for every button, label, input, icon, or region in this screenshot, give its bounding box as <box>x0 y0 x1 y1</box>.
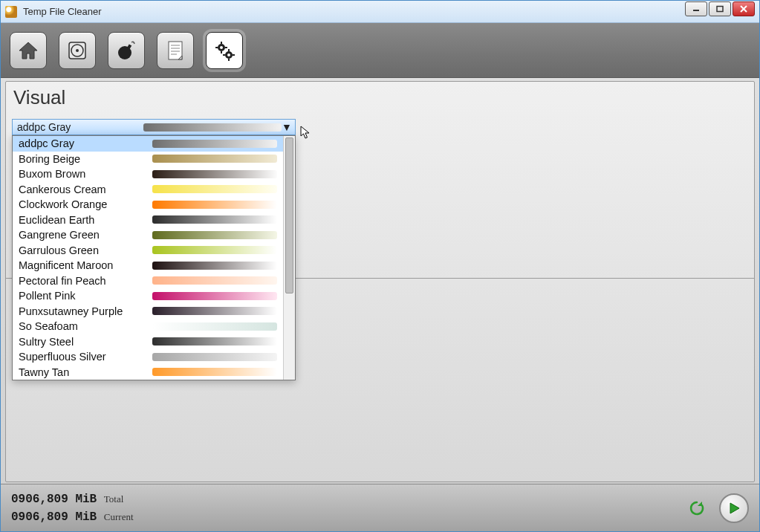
theme-combo: addpc Gray ▼ <box>12 119 296 135</box>
stat-total-label: Total <box>104 493 124 505</box>
svg-rect-1 <box>717 7 723 12</box>
theme-option[interactable]: Sultry Steel <box>13 334 283 350</box>
scrollbar-thumb[interactable] <box>285 137 293 293</box>
theme-option[interactable]: Pectoral fin Peach <box>13 273 283 289</box>
content-area: Visual addpc Gray ▼ addpc GrayBoring Bei… <box>1 78 759 484</box>
report-icon <box>163 39 187 62</box>
svg-rect-21 <box>228 59 230 61</box>
status-bar: 0906,809 MiB Total 0906,809 MiB Current <box>1 484 759 531</box>
option-swatch <box>152 170 277 178</box>
svg-rect-15 <box>221 51 222 53</box>
gears-icon <box>212 39 236 62</box>
report-button[interactable] <box>157 32 194 69</box>
option-label: Pollent Pink <box>19 290 152 302</box>
theme-option[interactable]: Tawny Tan <box>13 365 283 380</box>
settings-button[interactable] <box>206 32 243 69</box>
theme-option[interactable]: addpc Gray <box>13 136 283 152</box>
theme-selected-label: addpc Gray <box>17 121 143 133</box>
option-label: Gangrene Green <box>19 229 152 241</box>
option-label: Garrulous Green <box>19 244 152 256</box>
scrollbar[interactable] <box>283 136 295 380</box>
option-swatch <box>152 322 277 331</box>
option-list: addpc GrayBoring BeigeBuxom BrownCankero… <box>13 136 283 380</box>
option-label: So Seafoam <box>19 320 152 332</box>
theme-option[interactable]: Euclidean Earth <box>13 213 283 228</box>
option-swatch <box>152 155 277 163</box>
minimize-icon <box>692 5 701 13</box>
clean-button[interactable] <box>108 32 145 69</box>
theme-option[interactable]: Magnificent Maroon <box>13 258 283 273</box>
theme-option[interactable]: Superfluous Silver <box>13 349 283 365</box>
theme-option[interactable]: Boring Beige <box>13 152 283 167</box>
option-swatch <box>152 368 277 376</box>
option-label: Clockwork Orange <box>19 198 152 210</box>
window-controls <box>685 1 755 16</box>
home-button[interactable] <box>10 32 47 69</box>
theme-option[interactable]: Clockwork Orange <box>13 197 283 213</box>
stat-current-label: Current <box>104 511 134 522</box>
svg-rect-16 <box>215 47 218 48</box>
svg-point-19 <box>227 53 230 56</box>
settings-panel: Visual addpc Gray ▼ addpc GrayBoring Bei… <box>5 81 755 482</box>
home-icon <box>16 39 40 62</box>
theme-option[interactable]: Cankerous Cream <box>13 182 283 198</box>
close-icon <box>739 5 748 13</box>
option-swatch <box>152 215 277 224</box>
theme-option[interactable]: So Seafoam <box>13 319 283 334</box>
disk-icon <box>65 39 89 62</box>
refresh-icon[interactable] <box>688 499 706 517</box>
option-swatch <box>152 276 277 285</box>
option-label: addpc Gray <box>19 137 152 149</box>
option-label: Pectoral fin Peach <box>19 275 152 287</box>
title-bar[interactable]: Temp File Cleaner <box>1 1 759 23</box>
svg-rect-17 <box>225 47 227 48</box>
option-label: Tawny Tan <box>19 366 152 378</box>
theme-selected-swatch <box>143 123 282 132</box>
theme-option[interactable]: Buxom Brown <box>13 166 283 182</box>
option-label: Superfluous Silver <box>19 351 152 363</box>
option-swatch <box>152 292 277 300</box>
stat-current: 0906,809 MiB Current <box>11 508 749 526</box>
chevron-down-icon: ▼ <box>282 121 290 133</box>
theme-option[interactable]: Gangrene Green <box>13 227 283 243</box>
close-button[interactable] <box>733 1 755 16</box>
play-icon <box>727 502 741 515</box>
mouse-cursor-icon <box>300 126 314 139</box>
bomb-icon <box>114 39 138 62</box>
svg-rect-14 <box>221 42 222 44</box>
app-icon <box>5 6 17 18</box>
svg-rect-23 <box>233 54 235 56</box>
option-swatch <box>152 231 277 239</box>
option-swatch <box>152 185 277 193</box>
svg-rect-20 <box>228 49 230 51</box>
disk-button[interactable] <box>59 32 96 69</box>
section-title: Visual <box>6 82 754 109</box>
option-swatch <box>152 307 277 315</box>
option-label: Boring Beige <box>19 153 152 165</box>
svg-point-13 <box>220 46 223 49</box>
theme-option[interactable]: Pollent Pink <box>13 288 283 304</box>
option-swatch <box>152 201 277 209</box>
option-label: Sultry Steel <box>19 336 152 348</box>
stat-current-value: 0906,809 MiB <box>11 510 97 524</box>
theme-select[interactable]: addpc Gray ▼ <box>12 119 296 135</box>
minimize-button[interactable] <box>685 1 707 16</box>
window-title: Temp File Cleaner <box>23 6 102 17</box>
stat-total: 0906,809 MiB Total <box>11 490 749 508</box>
theme-dropdown[interactable]: addpc GrayBoring BeigeBuxom BrownCankero… <box>12 135 296 380</box>
maximize-button[interactable] <box>709 1 731 16</box>
option-label: Cankerous Cream <box>19 184 152 195</box>
svg-point-4 <box>76 49 79 52</box>
option-swatch <box>152 140 277 148</box>
run-button[interactable] <box>719 493 749 523</box>
theme-option[interactable]: Punxsutawney Purple <box>13 304 283 319</box>
option-label: Magnificent Maroon <box>19 259 152 271</box>
app-window: Temp File Cleaner <box>0 0 760 532</box>
theme-option[interactable]: Garrulous Green <box>13 243 283 259</box>
option-swatch <box>152 262 277 270</box>
option-swatch <box>152 246 277 254</box>
toolbar <box>1 23 759 78</box>
option-swatch <box>152 337 277 346</box>
stat-total-value: 0906,809 MiB <box>11 493 97 506</box>
maximize-icon <box>715 5 724 13</box>
